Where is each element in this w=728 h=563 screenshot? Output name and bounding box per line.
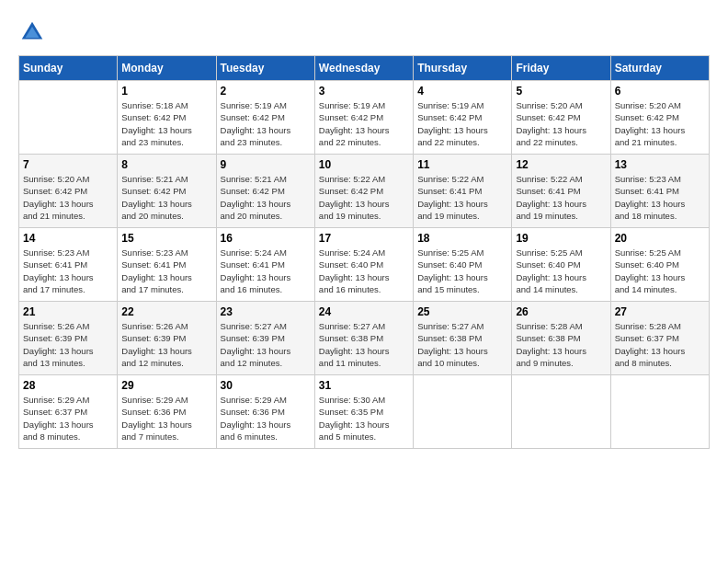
day-number: 10 [319,158,409,171]
calendar-cell: 26Sunrise: 5:28 AM Sunset: 6:38 PM Dayli… [512,302,610,375]
calendar-cell: 21Sunrise: 5:26 AM Sunset: 6:39 PM Dayli… [19,302,118,375]
day-number: 30 [221,379,311,392]
day-number: 4 [417,85,507,98]
calendar-cell: 25Sunrise: 5:27 AM Sunset: 6:38 PM Dayli… [414,302,512,375]
calendar-cell: 6Sunrise: 5:20 AM Sunset: 6:42 PM Daylig… [610,81,709,155]
day-info: Sunrise: 5:25 AM Sunset: 6:40 PM Dayligh… [516,247,606,295]
day-info: Sunrise: 5:20 AM Sunset: 6:42 PM Dayligh… [516,99,606,148]
day-number: 23 [221,305,311,318]
day-number: 9 [221,158,311,171]
day-info: Sunrise: 5:28 AM Sunset: 6:37 PM Dayligh… [615,320,705,369]
calendar-cell: 1Sunrise: 5:18 AM Sunset: 6:42 PM Daylig… [118,81,216,155]
calendar-cell: 16Sunrise: 5:24 AM Sunset: 6:41 PM Dayli… [216,228,314,302]
weekday-header-friday: Friday [512,56,610,81]
calendar-cell: 5Sunrise: 5:20 AM Sunset: 6:42 PM Daylig… [512,81,610,155]
day-info: Sunrise: 5:21 AM Sunset: 6:42 PM Dayligh… [221,173,311,222]
day-number: 17 [319,232,409,245]
day-number: 15 [121,232,211,245]
day-number: 21 [23,305,113,318]
calendar-cell [414,375,512,449]
day-info: Sunrise: 5:29 AM Sunset: 6:36 PM Dayligh… [121,394,211,442]
calendar-cell: 11Sunrise: 5:22 AM Sunset: 6:41 PM Dayli… [414,155,512,228]
calendar-cell: 29Sunrise: 5:29 AM Sunset: 6:36 PM Dayli… [118,375,216,449]
calendar-cell: 24Sunrise: 5:27 AM Sunset: 6:38 PM Dayli… [314,302,413,375]
day-number: 2 [221,85,311,98]
weekday-header-saturday: Saturday [610,56,709,81]
calendar-cell: 9Sunrise: 5:21 AM Sunset: 6:42 PM Daylig… [216,155,314,228]
calendar-cell: 3Sunrise: 5:19 AM Sunset: 6:42 PM Daylig… [314,81,413,155]
weekday-header-monday: Monday [118,56,216,81]
day-info: Sunrise: 5:23 AM Sunset: 6:41 PM Dayligh… [23,247,113,295]
day-number: 16 [221,232,311,245]
logo [18,18,50,46]
day-number: 18 [417,232,507,245]
calendar-cell: 20Sunrise: 5:25 AM Sunset: 6:40 PM Dayli… [610,228,709,302]
day-info: Sunrise: 5:24 AM Sunset: 6:40 PM Dayligh… [319,247,409,295]
calendar-cell: 7Sunrise: 5:20 AM Sunset: 6:42 PM Daylig… [19,155,118,228]
calendar-cell: 30Sunrise: 5:29 AM Sunset: 6:36 PM Dayli… [216,375,314,449]
day-number: 7 [23,158,113,171]
day-info: Sunrise: 5:22 AM Sunset: 6:42 PM Dayligh… [319,173,409,222]
day-number: 20 [615,232,705,245]
day-number: 24 [319,305,409,318]
calendar-cell: 31Sunrise: 5:30 AM Sunset: 6:35 PM Dayli… [314,375,413,449]
weekday-header-thursday: Thursday [414,56,512,81]
day-info: Sunrise: 5:21 AM Sunset: 6:42 PM Dayligh… [121,173,211,222]
day-number: 3 [319,85,409,98]
day-number: 19 [516,232,606,245]
day-info: Sunrise: 5:27 AM Sunset: 6:38 PM Dayligh… [417,320,507,369]
day-info: Sunrise: 5:20 AM Sunset: 6:42 PM Dayligh… [615,99,705,148]
weekday-header-tuesday: Tuesday [216,56,314,81]
calendar-cell: 28Sunrise: 5:29 AM Sunset: 6:37 PM Dayli… [19,375,118,449]
day-info: Sunrise: 5:28 AM Sunset: 6:38 PM Dayligh… [516,320,606,369]
day-number: 31 [319,379,409,392]
day-number: 25 [417,305,507,318]
calendar-cell: 4Sunrise: 5:19 AM Sunset: 6:42 PM Daylig… [414,81,512,155]
calendar-cell: 13Sunrise: 5:23 AM Sunset: 6:41 PM Dayli… [610,155,709,228]
day-info: Sunrise: 5:19 AM Sunset: 6:42 PM Dayligh… [319,99,409,148]
day-number: 6 [615,85,705,98]
day-number: 11 [417,158,507,171]
calendar-cell: 22Sunrise: 5:26 AM Sunset: 6:39 PM Dayli… [118,302,216,375]
calendar-cell: 10Sunrise: 5:22 AM Sunset: 6:42 PM Dayli… [314,155,413,228]
calendar-cell: 12Sunrise: 5:22 AM Sunset: 6:41 PM Dayli… [512,155,610,228]
calendar-week-row: 14Sunrise: 5:23 AM Sunset: 6:41 PM Dayli… [19,228,710,302]
day-info: Sunrise: 5:24 AM Sunset: 6:41 PM Dayligh… [221,247,311,295]
day-info: Sunrise: 5:26 AM Sunset: 6:39 PM Dayligh… [121,320,211,369]
calendar-cell: 18Sunrise: 5:25 AM Sunset: 6:40 PM Dayli… [414,228,512,302]
calendar-cell: 15Sunrise: 5:23 AM Sunset: 6:41 PM Dayli… [118,228,216,302]
day-info: Sunrise: 5:22 AM Sunset: 6:41 PM Dayligh… [417,173,507,222]
calendar-cell: 19Sunrise: 5:25 AM Sunset: 6:40 PM Dayli… [512,228,610,302]
day-info: Sunrise: 5:30 AM Sunset: 6:35 PM Dayligh… [319,394,409,442]
day-info: Sunrise: 5:27 AM Sunset: 6:39 PM Dayligh… [221,320,311,369]
weekday-header-sunday: Sunday [19,56,118,81]
day-number: 8 [121,158,211,171]
day-info: Sunrise: 5:22 AM Sunset: 6:41 PM Dayligh… [516,173,606,222]
weekday-header-wednesday: Wednesday [314,56,413,81]
day-number: 12 [516,158,606,171]
day-number: 22 [121,305,211,318]
calendar-cell [610,375,709,449]
calendar-cell: 17Sunrise: 5:24 AM Sunset: 6:40 PM Dayli… [314,228,413,302]
day-info: Sunrise: 5:20 AM Sunset: 6:42 PM Dayligh… [23,173,113,222]
calendar-cell: 8Sunrise: 5:21 AM Sunset: 6:42 PM Daylig… [118,155,216,228]
weekday-header-row: SundayMondayTuesdayWednesdayThursdayFrid… [19,56,710,81]
calendar-cell: 23Sunrise: 5:27 AM Sunset: 6:39 PM Dayli… [216,302,314,375]
day-info: Sunrise: 5:19 AM Sunset: 6:42 PM Dayligh… [417,99,507,148]
calendar-week-row: 21Sunrise: 5:26 AM Sunset: 6:39 PM Dayli… [19,302,710,375]
calendar-cell [19,81,118,155]
calendar-cell: 27Sunrise: 5:28 AM Sunset: 6:37 PM Dayli… [610,302,709,375]
page-header [18,18,710,46]
day-number: 13 [615,158,705,171]
day-info: Sunrise: 5:25 AM Sunset: 6:40 PM Dayligh… [417,247,507,295]
day-number: 26 [516,305,606,318]
logo-icon [18,18,46,46]
day-info: Sunrise: 5:29 AM Sunset: 6:36 PM Dayligh… [221,394,311,442]
day-info: Sunrise: 5:23 AM Sunset: 6:41 PM Dayligh… [615,173,705,222]
calendar-week-row: 7Sunrise: 5:20 AM Sunset: 6:42 PM Daylig… [19,155,710,228]
day-number: 14 [23,232,113,245]
calendar-cell: 14Sunrise: 5:23 AM Sunset: 6:41 PM Dayli… [19,228,118,302]
calendar-week-row: 1Sunrise: 5:18 AM Sunset: 6:42 PM Daylig… [19,81,710,155]
day-info: Sunrise: 5:29 AM Sunset: 6:37 PM Dayligh… [23,394,113,442]
day-number: 28 [23,379,113,392]
